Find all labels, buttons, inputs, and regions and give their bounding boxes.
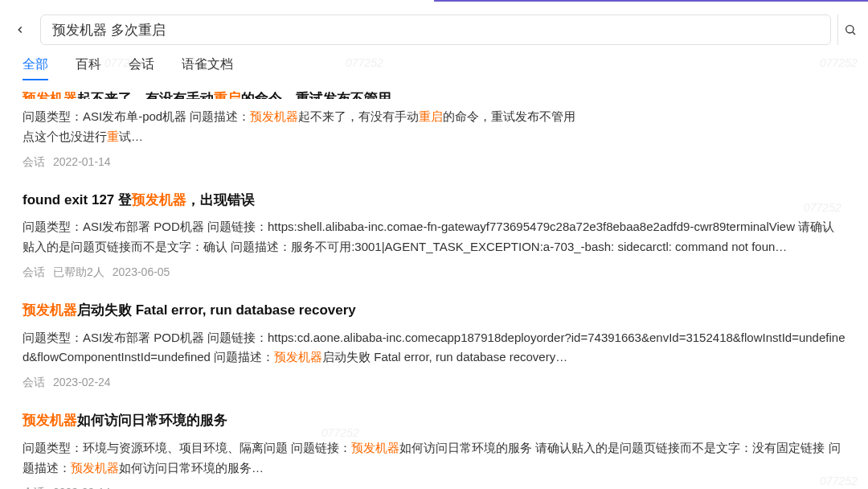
result-date: 2023-06-05	[113, 265, 170, 280]
results-list: 预发机器起不来了，有没有手动重启的命令，重试发布不管用问题类型：ASI发布单-p…	[0, 80, 868, 489]
tab-wiki[interactable]: 百科	[76, 56, 101, 80]
tab-all[interactable]: 全部	[23, 56, 48, 80]
highlight-text: 预发机器	[132, 192, 186, 208]
result-meta: 会话2023-08-14	[23, 486, 845, 489]
search-result-item[interactable]: found exit 127 登预发机器，出现错误问题类型：ASI发布部署 PO…	[23, 181, 845, 291]
tab-yuque[interactable]: 语雀文档	[182, 56, 233, 80]
highlight-text: 重启	[419, 109, 443, 123]
result-meta: 会话已帮助2人2023-06-05	[23, 265, 845, 280]
tab-session[interactable]: 会话	[129, 56, 154, 80]
highlight-text: 预发机器	[23, 413, 77, 428]
highlight-text: 预发机器	[250, 109, 298, 123]
svg-line-1	[853, 32, 855, 35]
result-type: 会话	[23, 376, 45, 390]
result-type: 会话	[23, 265, 45, 280]
result-title[interactable]: 预发机器启动失败 Fatal error, run database recov…	[23, 301, 845, 320]
highlight-text: 预发机器	[351, 441, 399, 454]
highlight-text: 重	[107, 129, 119, 143]
result-description: 问题类型：ASI发布部署 POD机器 问题链接：https:cd.aone.al…	[23, 328, 845, 368]
svg-point-0	[845, 26, 853, 33]
result-type: 会话	[23, 155, 45, 170]
search-result-item[interactable]: 预发机器启动失败 Fatal error, run database recov…	[23, 291, 845, 401]
result-date: 2023-02-24	[53, 376, 111, 390]
result-meta: 会话2022-01-14	[23, 155, 845, 170]
result-title[interactable]: found exit 127 登预发机器，出现错误	[23, 191, 845, 210]
highlight-text: 预发机器	[71, 461, 119, 475]
highlight-text: 重启	[214, 91, 241, 99]
result-description: 问题类型：ASI发布部署 POD机器 问题链接：https:shell.alib…	[23, 217, 845, 257]
highlight-text: 预发机器	[23, 91, 77, 99]
back-button[interactable]	[11, 21, 29, 39]
search-header	[0, 0, 868, 53]
search-button[interactable]	[837, 14, 857, 45]
result-title[interactable]: 预发机器起不来了，有没有手动重启的命令，重试发布不管用	[23, 89, 845, 99]
result-meta: 会话2023-02-24	[23, 376, 845, 390]
result-description: 问题类型：ASI发布单-pod机器 问题描述：预发机器起不来了，有没有手动重启的…	[23, 107, 845, 147]
result-title[interactable]: 预发机器如何访问日常环境的服务	[23, 411, 845, 430]
result-help-count: 已帮助2人	[53, 265, 104, 280]
result-description: 问题类型：环境与资源环境、项目环境、隔离问题 问题链接：预发机器如何访问日常环境…	[23, 438, 845, 479]
search-result-item[interactable]: 预发机器如何访问日常环境的服务问题类型：环境与资源环境、项目环境、隔离问题 问题…	[23, 401, 845, 489]
result-date: 2022-01-14	[53, 155, 111, 170]
result-date: 2023-08-14	[53, 486, 111, 489]
result-type: 会话	[23, 486, 45, 489]
search-result-item[interactable]: 预发机器起不来了，有没有手动重启的命令，重试发布不管用问题类型：ASI发布单-p…	[23, 80, 845, 181]
highlight-text: 预发机器	[23, 302, 77, 318]
highlight-text: 预发机器	[274, 350, 322, 364]
tabs-bar: 全部 百科 会话 语雀文档	[0, 53, 868, 80]
search-input[interactable]	[40, 14, 831, 45]
